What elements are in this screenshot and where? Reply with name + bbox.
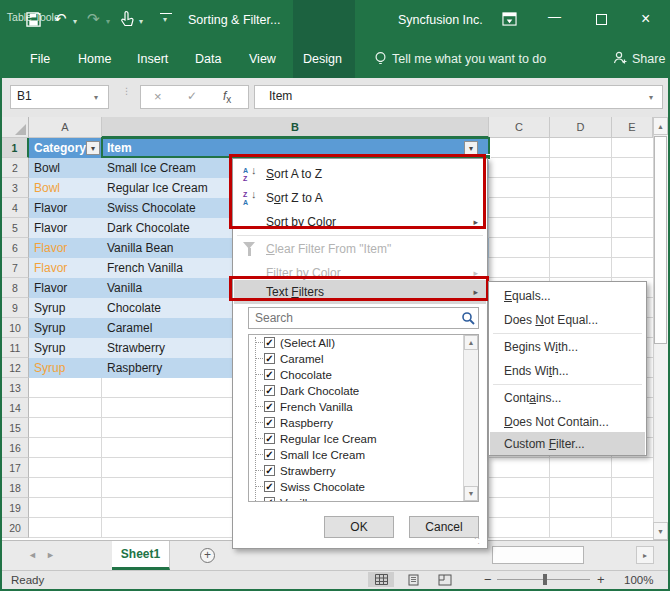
undo-icon[interactable]: ↶: [54, 11, 67, 26]
cell-A7[interactable]: Flavor: [29, 258, 102, 278]
checkbox-checked[interactable]: ✓: [264, 449, 275, 460]
sheet-tab-sheet1[interactable]: Sheet1: [112, 541, 170, 570]
touch-mode-icon[interactable]: [120, 10, 134, 31]
zoom-in-button[interactable]: +: [597, 572, 605, 587]
sheet-nav-right-icon[interactable]: ►: [46, 550, 55, 560]
customize-qat-icon[interactable]: [160, 13, 172, 14]
cell-A11[interactable]: Syrup: [29, 338, 102, 358]
list-scroll-up-icon[interactable]: ▲: [464, 335, 478, 350]
scroll-up-button[interactable]: ▲: [653, 117, 668, 135]
ribbon-display-options-icon[interactable]: [502, 12, 517, 30]
insert-function-icon[interactable]: fx: [223, 89, 231, 105]
row-header-7[interactable]: 7: [2, 258, 29, 278]
zoom-out-button[interactable]: −: [484, 572, 492, 587]
tab-data[interactable]: Data: [195, 52, 221, 66]
checkbox-checked[interactable]: ✓: [264, 401, 275, 412]
row-header-8[interactable]: 8: [2, 278, 29, 298]
cell-A5[interactable]: Flavor: [29, 218, 102, 238]
search-icon[interactable]: [461, 311, 475, 329]
view-page-layout-button[interactable]: [400, 572, 426, 587]
cell-A10[interactable]: Syrup: [29, 318, 102, 338]
view-page-break-button[interactable]: [432, 572, 458, 587]
view-normal-button[interactable]: [368, 572, 394, 587]
submenu-equals[interactable]: Equals...: [490, 284, 645, 308]
row-header-18[interactable]: 18: [2, 478, 29, 498]
row-header-15[interactable]: 15: [2, 418, 29, 438]
touch-mode-caret-icon[interactable]: ▾: [139, 17, 143, 26]
row-header-2[interactable]: 2: [2, 158, 29, 178]
category-filter-button[interactable]: ▾: [86, 141, 100, 155]
row-header-4[interactable]: 4: [2, 198, 29, 218]
close-button[interactable]: ×: [641, 10, 650, 28]
submenu-ends-with[interactable]: Ends With...: [490, 359, 645, 383]
row-header-16[interactable]: 16: [2, 438, 29, 458]
row-header-17[interactable]: 17: [2, 458, 29, 478]
filter-value-list[interactable]: ✓(Select All) ✓Caramel ✓Chocolate ✓Dark …: [248, 334, 479, 502]
hscroll-right-button[interactable]: ▸: [636, 546, 654, 564]
row-header-6[interactable]: 6: [2, 238, 29, 258]
row-header-14[interactable]: 14: [2, 398, 29, 418]
checkbox-checked[interactable]: ✓: [264, 337, 275, 348]
row-header-20[interactable]: 20: [2, 518, 29, 538]
row-header-1[interactable]: 1: [2, 138, 29, 158]
formula-bar-expand-icon[interactable]: ▾: [649, 93, 653, 102]
list-item[interactable]: ✓Small Ice Cream: [249, 447, 459, 463]
submenu-contains[interactable]: Contains...: [490, 386, 645, 410]
row-header-3[interactable]: 3: [2, 178, 29, 198]
customize-qat-caret-icon[interactable]: ▾: [163, 15, 167, 24]
new-sheet-button[interactable]: +: [200, 548, 215, 563]
col-header-C[interactable]: C: [489, 117, 550, 138]
checkbox-checked[interactable]: ✓: [264, 497, 275, 502]
list-item[interactable]: ✓(Select All): [249, 335, 459, 351]
cell-A8[interactable]: Flavor: [29, 278, 102, 298]
tab-insert[interactable]: Insert: [137, 52, 168, 66]
select-all-corner[interactable]: [2, 117, 29, 138]
checkbox-checked[interactable]: ✓: [264, 465, 275, 476]
row-header-13[interactable]: 13: [2, 378, 29, 398]
cell-A2[interactable]: Bowl: [29, 158, 102, 178]
zoom-level[interactable]: 100%: [624, 574, 653, 586]
cancel-entry-icon[interactable]: ×: [154, 89, 162, 104]
submenu-does-not-contain[interactable]: Does Not Contain...: [490, 410, 645, 434]
list-item[interactable]: ✓Vanilla: [249, 495, 459, 502]
list-item[interactable]: ✓Swiss Chocolate: [249, 479, 459, 495]
list-item[interactable]: ✓Regular Ice Cream: [249, 431, 459, 447]
zoom-slider-thumb[interactable]: [543, 574, 547, 585]
row-header-10[interactable]: 10: [2, 318, 29, 338]
checkbox-checked[interactable]: ✓: [264, 353, 275, 364]
share-button[interactable]: Share: [632, 52, 665, 66]
row-header-19[interactable]: 19: [2, 498, 29, 518]
horizontal-scrollbar-thumb[interactable]: [492, 546, 584, 564]
row-header-12[interactable]: 12: [2, 358, 29, 378]
vertical-scrollbar-thumb[interactable]: [654, 136, 667, 344]
ok-button[interactable]: OK: [324, 516, 394, 538]
submenu-custom-filter[interactable]: Custom Filter...: [490, 432, 645, 455]
name-box-caret-icon[interactable]: ▾: [94, 93, 98, 102]
checkbox-checked[interactable]: ✓: [264, 481, 275, 492]
list-item[interactable]: ✓Raspberry: [249, 415, 459, 431]
tab-view[interactable]: View: [249, 52, 276, 66]
confirm-entry-icon[interactable]: ✓: [187, 89, 197, 103]
submenu-does-not-equal[interactable]: Does Not Equal...: [490, 308, 645, 332]
search-input[interactable]: [253, 309, 453, 327]
list-scrollbar[interactable]: ▲ ▼: [463, 335, 478, 501]
list-item[interactable]: ✓French Vanilla: [249, 399, 459, 415]
list-scroll-down-icon[interactable]: ▼: [464, 486, 478, 501]
maximize-button[interactable]: [596, 14, 607, 25]
submenu-begins-with[interactable]: Begins With...: [490, 335, 645, 359]
undo-caret-icon[interactable]: ▾: [73, 17, 77, 26]
row-header-9[interactable]: 9: [2, 298, 29, 318]
tab-home[interactable]: Home: [78, 52, 111, 66]
list-item[interactable]: ✓Dark Chocolate: [249, 383, 459, 399]
list-item[interactable]: ✓Caramel: [249, 351, 459, 367]
cell-A6[interactable]: Flavor: [29, 238, 102, 258]
checkbox-checked[interactable]: ✓: [264, 369, 275, 380]
cell-A9[interactable]: Syrup: [29, 298, 102, 318]
save-icon[interactable]: [26, 12, 41, 31]
filter-search-box[interactable]: [248, 307, 479, 329]
sheet-nav-left-icon[interactable]: ◄: [28, 550, 37, 560]
row-header-5[interactable]: 5: [2, 218, 29, 238]
row-header-11[interactable]: 11: [2, 338, 29, 358]
col-header-A[interactable]: A: [29, 117, 102, 138]
formula-input[interactable]: [254, 85, 663, 109]
